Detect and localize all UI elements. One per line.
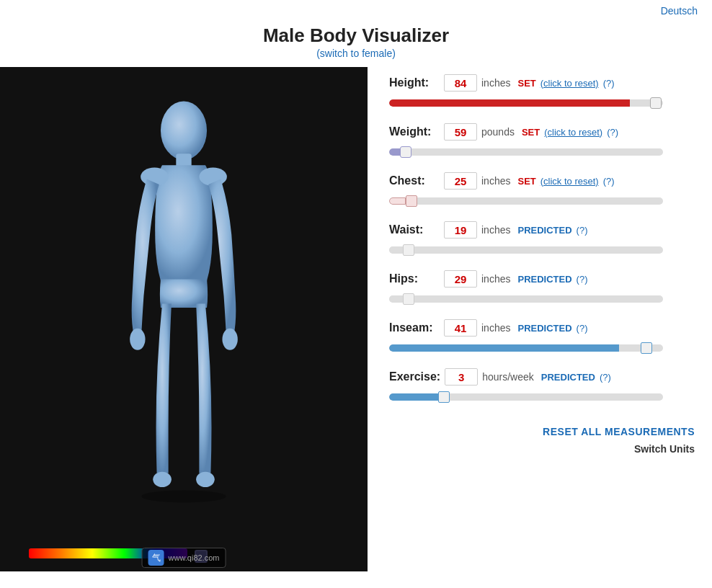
svg-point-6 bbox=[153, 472, 172, 487]
reset-all-button[interactable]: RESET ALL MEASUREMENTS bbox=[543, 426, 695, 437]
chest-reset-link[interactable]: (click to reset) bbox=[540, 176, 599, 187]
exercise-input[interactable] bbox=[445, 368, 478, 386]
language-link[interactable]: Deutsch bbox=[661, 5, 698, 17]
hips-header: Hips: inches PREDICTED (?) bbox=[389, 270, 695, 288]
chest-header: Chest: inches SET (click to reset) (?) bbox=[389, 172, 695, 190]
exercise-status: PREDICTED bbox=[541, 372, 595, 383]
inseam-status: PREDICTED bbox=[517, 323, 571, 334]
chest-row: Chest: inches SET (click to reset) (?) bbox=[389, 172, 695, 208]
height-header: Height: inches SET (click to reset) (?) bbox=[389, 74, 695, 92]
inseam-row: Inseam: inches PREDICTED (?) bbox=[389, 319, 695, 355]
chest-input[interactable] bbox=[444, 172, 477, 190]
waist-unit: inches bbox=[481, 224, 510, 236]
height-unit: inches bbox=[481, 77, 510, 89]
hips-slider-container[interactable] bbox=[389, 292, 663, 306]
height-reset-link[interactable]: (click to reset) bbox=[540, 78, 599, 89]
weight-row: Weight: pounds SET (click to reset) (?) bbox=[389, 123, 695, 159]
svg-point-8 bbox=[141, 490, 226, 502]
weight-reset-link[interactable]: (click to reset) bbox=[544, 127, 602, 138]
visualizer-panel: 气 www.qi82.com bbox=[0, 67, 368, 571]
watermark-text: www.qi82.com bbox=[169, 553, 220, 562]
controls-panel: Height: inches SET (click to reset) (?) … bbox=[368, 67, 712, 571]
exercise-row: Exercise: hours/week PREDICTED (?) bbox=[389, 368, 695, 404]
switch-units-button[interactable]: Switch Units bbox=[634, 443, 695, 455]
weight-input[interactable] bbox=[444, 123, 477, 141]
chest-slider-container[interactable] bbox=[389, 194, 663, 208]
switch-gender-link[interactable]: (switch to female) bbox=[316, 48, 396, 59]
height-row: Height: inches SET (click to reset) (?) bbox=[389, 74, 695, 110]
svg-point-5 bbox=[222, 329, 237, 350]
waist-input[interactable] bbox=[444, 221, 477, 239]
svg-point-0 bbox=[161, 101, 207, 159]
height-status: SET bbox=[517, 78, 535, 89]
inseam-slider-container[interactable] bbox=[389, 341, 663, 355]
waist-help-link[interactable]: (?) bbox=[577, 225, 588, 236]
exercise-header: Exercise: hours/week PREDICTED (?) bbox=[389, 368, 695, 386]
height-label: Height: bbox=[389, 76, 440, 89]
chest-status: SET bbox=[517, 176, 535, 187]
svg-point-7 bbox=[196, 472, 215, 487]
hips-help-link[interactable]: (?) bbox=[577, 274, 588, 285]
waist-label: Waist: bbox=[389, 223, 440, 236]
hips-label: Hips: bbox=[389, 272, 440, 285]
waist-status: PREDICTED bbox=[517, 225, 571, 236]
chest-unit: inches bbox=[481, 175, 510, 187]
exercise-slider-container[interactable] bbox=[389, 390, 663, 404]
inseam-unit: inches bbox=[481, 322, 510, 334]
weight-status: SET bbox=[522, 127, 540, 138]
waist-slider-container[interactable] bbox=[389, 243, 663, 257]
height-help-link[interactable]: (?) bbox=[603, 78, 615, 89]
height-input[interactable] bbox=[444, 74, 477, 92]
inseam-label: Inseam: bbox=[389, 321, 440, 334]
chest-help-link[interactable]: (?) bbox=[603, 176, 615, 187]
bottom-actions: RESET ALL MEASUREMENTS Switch Units bbox=[389, 426, 695, 455]
watermark-icon: 气 bbox=[148, 550, 164, 566]
page-title-area: Male Body Visualizer (switch to female) bbox=[0, 24, 712, 60]
svg-point-4 bbox=[130, 329, 145, 350]
hips-unit: inches bbox=[481, 273, 510, 285]
weight-slider-container[interactable] bbox=[389, 145, 663, 159]
hips-status: PREDICTED bbox=[517, 274, 571, 285]
page-title: Male Body Visualizer bbox=[0, 24, 712, 47]
body-figure bbox=[0, 67, 368, 571]
exercise-unit: hours/week bbox=[482, 371, 534, 383]
inseam-input[interactable] bbox=[444, 319, 477, 337]
watermark: 气 www.qi82.com bbox=[142, 548, 226, 568]
hips-input[interactable] bbox=[444, 270, 477, 288]
body-svg bbox=[83, 96, 285, 543]
weight-help-link[interactable]: (?) bbox=[607, 127, 618, 138]
weight-header: Weight: pounds SET (click to reset) (?) bbox=[389, 123, 695, 141]
waist-row: Waist: inches PREDICTED (?) bbox=[389, 221, 695, 257]
hips-row: Hips: inches PREDICTED (?) bbox=[389, 270, 695, 306]
waist-header: Waist: inches PREDICTED (?) bbox=[389, 221, 695, 239]
weight-label: Weight: bbox=[389, 125, 440, 138]
exercise-help-link[interactable]: (?) bbox=[600, 372, 611, 383]
height-slider-container[interactable] bbox=[389, 96, 663, 110]
weight-unit: pounds bbox=[481, 126, 515, 138]
main-content: 气 www.qi82.com Height: inches SET (click… bbox=[0, 67, 712, 571]
exercise-label: Exercise: bbox=[389, 370, 440, 383]
chest-label: Chest: bbox=[389, 174, 440, 187]
inseam-help-link[interactable]: (?) bbox=[577, 323, 588, 334]
inseam-header: Inseam: inches PREDICTED (?) bbox=[389, 319, 695, 337]
top-bar: Deutsch bbox=[0, 0, 712, 22]
